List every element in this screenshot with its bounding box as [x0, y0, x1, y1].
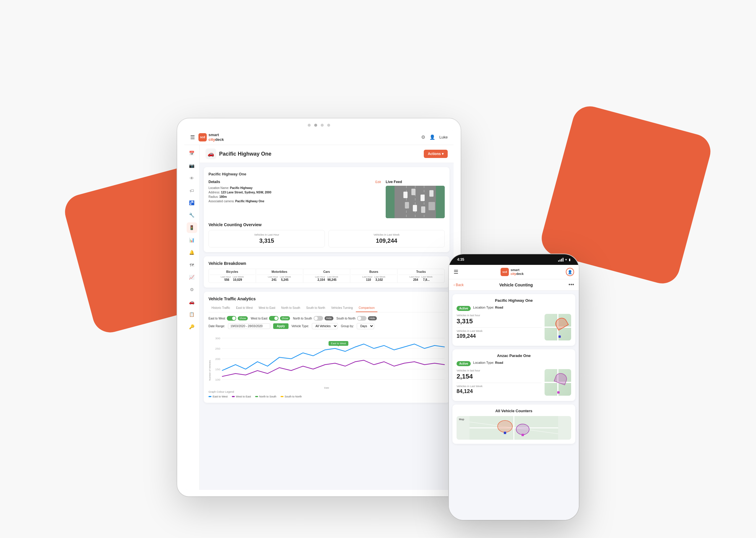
toggle-north-south[interactable]: [314, 316, 323, 321]
live-feed-image: [386, 186, 445, 218]
filter-east-west: East to West Show: [208, 316, 248, 321]
counting-last-week-value: 109,244: [332, 238, 441, 244]
group-by-select[interactable]: Days: [357, 323, 374, 329]
chart-svg: 300 250 200 150 100: [208, 332, 445, 385]
mobile-card-pacific: Pacific Highway One Active Location Type…: [453, 294, 575, 346]
back-link[interactable]: ‹ Back: [454, 283, 464, 287]
svg-rect-6: [411, 189, 415, 195]
analytics-heading: Vehicle Traffic Analytics: [208, 296, 445, 301]
date-range-input[interactable]: [228, 323, 270, 329]
sidebar-item-map[interactable]: 🗺: [187, 259, 197, 270]
mobile-user-icon[interactable]: 👤: [566, 268, 574, 276]
filter-east-west-label: East to West: [208, 317, 225, 320]
filter-row: East to West Show West to East Show Nort…: [208, 316, 445, 321]
tab-south-north[interactable]: South to North: [303, 304, 328, 312]
sidebar-item-tag[interactable]: 🏷: [187, 185, 197, 196]
toggle-east-west[interactable]: [227, 316, 236, 321]
map-dot-pacific: [559, 336, 561, 338]
map-dot-anzac: [557, 391, 560, 394]
tab-west-east[interactable]: West to East: [256, 304, 279, 312]
map-bg-pacific: [545, 314, 571, 341]
sidebar-item-analytics[interactable]: 📈: [187, 272, 197, 283]
mobile-status-icons: ▾ ▮: [558, 258, 570, 262]
detail-radius: Radius: 180m: [208, 195, 381, 198]
counting-last-hour-label: Vehicles in Last Hour: [212, 233, 321, 236]
sidebar-item-bell[interactable]: 🔔: [187, 247, 197, 258]
more-icon[interactable]: •••: [568, 282, 574, 288]
svg-rect-9: [405, 202, 409, 208]
breakdown-buses: Buses Last HourLast Week 1103,102: [350, 269, 397, 283]
user-icon[interactable]: 👤: [429, 134, 435, 140]
show-badge-east-west: Show: [238, 316, 248, 320]
sidebar-item-list[interactable]: 📋: [187, 309, 197, 320]
actions-button[interactable]: Actions ▾: [424, 150, 448, 158]
analytics-card: Vehicle Traffic Analytics Historic Traff…: [204, 292, 450, 403]
battery-icon: ▮: [569, 258, 570, 262]
hide-badge-north-south: Hide: [325, 316, 334, 320]
tablet-sidebar: 📅 📷 👁 🏷 🚰 🔧 🚦 📊 🔔 🗺 📈 ⚙ 🚗 📋 🔑: [184, 145, 200, 490]
bicycles-header: Bicycles: [210, 270, 255, 275]
settings-icon[interactable]: ⚙: [421, 134, 425, 140]
svg-text:250: 250: [215, 347, 220, 350]
motorbikes-header: Motorbikes: [257, 270, 302, 275]
tab-comparison[interactable]: Comparison: [356, 304, 378, 312]
svg-rect-11: [421, 206, 425, 213]
brand-logo-text: smartcitydeck: [208, 133, 224, 142]
mobile-time: 4:35: [457, 257, 464, 262]
mobile-stats-anzac: Vehicles in last hour 2,154 Vehicles in …: [457, 369, 542, 397]
svg-text:200: 200: [215, 357, 220, 360]
sidebar-item-traffic[interactable]: 🚦: [187, 222, 197, 233]
mobile-stat-value-hour-anzac: 2,154: [457, 373, 542, 380]
map-sector-pacific: [553, 316, 569, 330]
vehicle-type-select[interactable]: All Vehicles: [312, 323, 338, 329]
edit-link[interactable]: Edit: [375, 180, 381, 184]
legend-label-south-north: South to North: [285, 395, 302, 398]
sidebar-item-calendar[interactable]: 📅: [187, 148, 197, 159]
tablet-dot: [327, 124, 330, 127]
location-type-pacific: Location Type: Road: [473, 306, 503, 309]
tablet-camera-dots: [177, 118, 461, 130]
tab-north-south[interactable]: North to South: [278, 304, 303, 312]
tab-east-west[interactable]: East to West: [233, 304, 256, 312]
toggle-south-north[interactable]: [357, 316, 366, 321]
tablet-body: 📅 📷 👁 🏷 🚰 🔧 🚦 📊 🔔 🗺 📈 ⚙ 🚗 📋 🔑: [184, 145, 454, 490]
breakdown-cars: Cars Last HourLast Week 2,15498,245: [303, 269, 350, 283]
counting-heading: Vehicle Counting Overview: [208, 222, 445, 227]
counting-overview: Vehicles in Last Hour 3,315 Vehicles in …: [208, 230, 445, 247]
svg-rect-30: [521, 434, 524, 436]
sidebar-item-gear[interactable]: ⚙: [187, 284, 197, 295]
filter-south-north-label: South to North: [336, 317, 355, 320]
topbar-left: ☰ scd smartcitydeck: [190, 133, 224, 142]
apply-button[interactable]: Apply: [273, 323, 289, 329]
sidebar-item-car[interactable]: 🚗: [187, 297, 197, 307]
svg-text:150: 150: [215, 368, 220, 371]
topbar-right: ⚙ 👤 Luke: [421, 134, 448, 140]
details-section: Details Edit Location Name: Pacific High…: [208, 180, 381, 218]
mobile-device: 4:35 ▾ ▮ ☰ scd smartcitydeck: [449, 254, 579, 520]
sidebar-item-settings[interactable]: 🔧: [187, 210, 197, 221]
details-heading: Details: [208, 180, 220, 184]
toggle-west-east[interactable]: [269, 316, 279, 321]
legend-east-west: East to West: [208, 395, 228, 398]
svg-point-27: [498, 420, 513, 432]
sidebar-item-chart[interactable]: 📊: [187, 235, 197, 245]
chart-legend: East to West West to East North to South: [208, 395, 445, 398]
all-counters-card: All Vehicle Counters Map: [453, 404, 575, 444]
hamburger-icon[interactable]: ☰: [190, 134, 195, 140]
sidebar-item-key[interactable]: 🔑: [187, 322, 197, 332]
sidebar-item-water[interactable]: 🚰: [187, 197, 197, 208]
tab-vehicles-turning[interactable]: Vehicles Turning: [328, 304, 355, 312]
sidebar-item-camera[interactable]: 📷: [187, 160, 197, 171]
svg-point-28: [516, 424, 529, 435]
tab-historic[interactable]: Historic Traffic: [208, 304, 233, 312]
location-card: Pacific Highway One Details Edit Locatio…: [204, 167, 450, 252]
signal-bar-3: [561, 259, 562, 262]
sidebar-item-eye[interactable]: 👁: [187, 173, 197, 184]
mobile-stat-value-hour-pacific: 3,315: [457, 317, 542, 325]
map-sector-anzac: [554, 371, 568, 385]
breakdown-heading: Vehicle Breakdown: [208, 261, 445, 266]
mobile-hamburger[interactable]: ☰: [454, 269, 458, 275]
svg-rect-8: [429, 190, 434, 197]
svg-rect-29: [504, 432, 506, 434]
svg-rect-7: [420, 194, 425, 201]
